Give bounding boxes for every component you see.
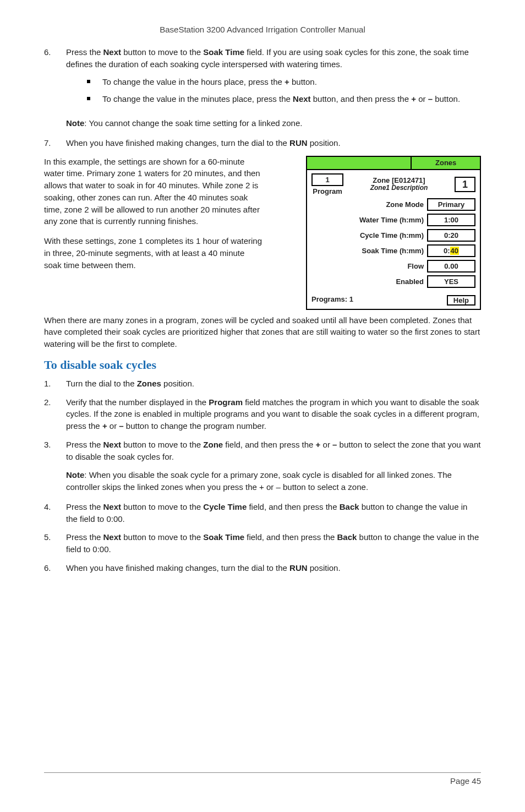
text: To change the value in the minutes place… — [102, 94, 293, 103]
note: Note: You cannot change the soak time se… — [66, 117, 481, 129]
text: field, and then press the — [247, 502, 339, 511]
instruction-list-1: 6. Press the Next button to move to the … — [44, 46, 481, 111]
value[interactable]: YES — [427, 275, 475, 288]
text: button to move to the — [121, 47, 203, 57]
page-header: BaseStation 3200 Advanced Irrigation Con… — [44, 25, 481, 34]
item-body: When you have finished making changes, t… — [66, 562, 481, 574]
text: When you have finished making changes, t… — [66, 563, 289, 573]
bold: + — [102, 421, 107, 430]
bold: Cycle Time — [203, 502, 247, 511]
note: Note: When you disable the soak cycle fo… — [66, 469, 481, 493]
bold: Zone — [203, 440, 223, 449]
zone-value[interactable]: 1 — [455, 177, 475, 192]
panel-body: 1 Program Zone [E012471] Zone1 Descripti… — [307, 170, 480, 293]
zone-subtitle: Zone1 Description — [347, 184, 451, 192]
item-number: 1. — [44, 378, 66, 390]
panel-footer: Programs: 1 Help — [307, 293, 480, 309]
text: When you have finished making changes, t… — [66, 138, 289, 148]
program-value[interactable]: 1 — [311, 173, 343, 186]
bold: Next — [293, 94, 311, 103]
zones-panel: Zones 1 Program Zone [E012471] Zone1 Des… — [306, 156, 481, 310]
program-label: Program — [311, 187, 343, 195]
panel-header-left — [307, 157, 412, 169]
item-number: 6. — [44, 562, 66, 574]
item-body: Press the Next button to move to the Zon… — [66, 439, 481, 463]
row-soak-time: Soak Time (h:mm) 0:40 — [311, 244, 475, 257]
paragraph: When there are many zones in a program, … — [44, 314, 481, 350]
item-body: Verify that the number displayed in the … — [66, 396, 481, 432]
bold: Back — [337, 532, 357, 542]
paragraph: With these settings, zone 1 completes it… — [44, 235, 264, 271]
sub-list: To change the value in the hours place, … — [66, 76, 481, 106]
text: To change the value in the hours place, … — [102, 77, 285, 86]
text: button to change the program number. — [124, 421, 266, 430]
item-number: 2. — [44, 396, 66, 432]
zone-header: Zone [E012471] Zone1 Description — [347, 177, 451, 192]
bold: Soak Time — [203, 47, 244, 57]
value[interactable]: 0:40 — [427, 244, 475, 257]
list-item: 2. Verify that the number displayed in t… — [44, 396, 481, 432]
item-number: 4. — [44, 501, 66, 525]
note-label: Note — [66, 470, 84, 479]
bold: RUN — [289, 138, 308, 148]
list-item: 3. Press the Next button to move to the … — [44, 439, 481, 463]
list-item: 7. When you have finished making changes… — [44, 137, 481, 149]
row-water-time: Water Time (h:mm) 1:00 — [311, 214, 475, 226]
section-heading: To disable soak cycles — [44, 358, 481, 372]
bold: Next — [103, 47, 122, 57]
item-body: When you have finished making changes, t… — [66, 137, 481, 149]
text: field, and then press the — [244, 532, 337, 542]
panel-title: Zones — [412, 157, 480, 169]
list-item: 1. Turn the dial to the Zones position. — [44, 378, 481, 390]
list-item: 6. Press the Next button to move to the … — [44, 46, 481, 111]
programs-count: Programs: 1 — [311, 295, 353, 306]
text: or — [416, 94, 428, 103]
bold: Next — [103, 502, 122, 511]
row-flow: Flow 0.00 — [311, 260, 475, 273]
bold: – — [119, 421, 123, 430]
row-cycle-time: Cycle Time (h:mm) 0:20 — [311, 229, 475, 242]
label: Zone Mode — [386, 200, 424, 209]
panel-top-row: 1 Program Zone [E012471] Zone1 Descripti… — [311, 173, 475, 195]
text: Press the — [66, 47, 103, 57]
bold: + — [411, 94, 416, 103]
instruction-list-2: 1. Turn the dial to the Zones position. … — [44, 378, 481, 463]
bold: Program — [209, 397, 243, 407]
pre: 0: — [444, 247, 450, 255]
text: Verify that the number displayed in the — [66, 397, 209, 407]
note-text: : When you disable the soak cycle for a … — [66, 470, 452, 492]
list-item: 5. Press the Next button to move to the … — [44, 531, 481, 555]
text: Press the — [66, 440, 103, 449]
label: Soak Time (h:mm) — [362, 247, 424, 255]
item-number: 7. — [44, 137, 66, 149]
wrap-section: Zones 1 Program Zone [E012471] Zone1 Des… — [44, 156, 481, 310]
item-body: Turn the dial to the Zones position. — [66, 378, 481, 390]
value[interactable]: 0:20 — [427, 229, 475, 242]
bold: Back — [340, 502, 359, 511]
bold: RUN — [289, 563, 308, 573]
bold: Soak Time — [203, 532, 244, 542]
panel-header: Zones — [307, 157, 480, 170]
label: Cycle Time (h:mm) — [360, 231, 424, 239]
sub-item: To change the value in the hours place, … — [87, 76, 481, 88]
value[interactable]: 1:00 — [427, 214, 475, 226]
label: Flow — [407, 262, 424, 270]
highlight: 40 — [450, 247, 459, 255]
text: Turn the dial to the — [66, 379, 137, 388]
text: button. — [433, 94, 460, 103]
text: button to move to the — [121, 502, 203, 511]
value[interactable]: 0.00 — [427, 260, 475, 273]
item-number: 6. — [44, 46, 66, 111]
text: position. — [161, 379, 194, 388]
value[interactable]: Primary — [427, 198, 475, 211]
text: or — [320, 440, 332, 449]
help-button[interactable]: Help — [447, 295, 475, 306]
text: or — [107, 421, 119, 430]
page: BaseStation 3200 Advanced Irrigation Con… — [0, 0, 525, 812]
bold: + — [285, 77, 289, 86]
text: field, and then press the — [223, 440, 315, 449]
page-footer: Page 45 — [44, 772, 481, 786]
sub-item: To change the value in the minutes place… — [87, 93, 481, 105]
page-number: Page 45 — [450, 776, 481, 786]
paragraph: In this example, the settings are shown … — [44, 156, 264, 228]
